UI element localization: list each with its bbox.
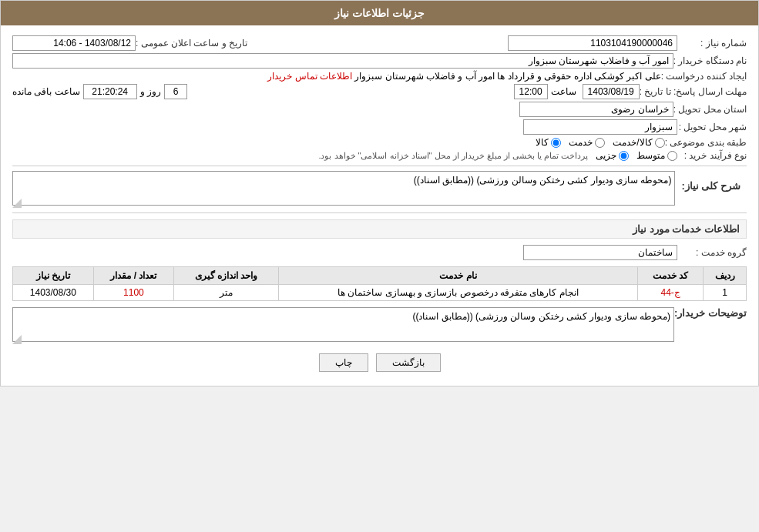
row-ijadkonande: ایجاد کننده درخواست : علی اکبر کوشکی ادا… [12,71,747,82]
row-grohkhadamat: گروه خدمت : ساختمان [12,245,747,260]
mohlat-label: مهلت ارسال پاسخ: تا تاریخ : [640,86,747,97]
back-button[interactable]: بازگشت [376,353,441,372]
ijadkonande-value: علی اکبر کوشکی اداره حقوقی و قرارداد ها … [354,71,660,82]
contact-link[interactable]: اطلاعات تماس خریدار [267,71,352,82]
sharh-wrapper [12,171,675,208]
radio-kala-input[interactable] [551,138,561,148]
radio-khedmat-label: خدمت [569,137,593,148]
farayand-radio-group: متوسط جزیی [596,150,677,161]
page-title: جزئیات اطلاعات نیاز [334,7,425,19]
row-mohlat: مهلت ارسال پاسخ: تا تاریخ : 1403/08/19 س… [12,84,747,99]
process-text: پرداخت تمام یا بخشی از مبلغ خریدار از مح… [318,151,588,161]
row-ostan: استان محل تحویل : خراسان رضوی [12,102,747,117]
shomare-value: 1103104190000046 [508,35,677,51]
grohkhadamat-label: گروه خدمت : [677,247,747,258]
shahr-label: شهر محل تحویل : [677,122,747,132]
cell-tedad: 1100 [93,285,174,301]
shahr-value: سبزوار [523,119,677,135]
radio-motavasset: متوسط [636,150,677,161]
cell-tarikh: 1403/08/30 [13,285,94,301]
grohkhadamat-value: ساختمان [523,245,677,260]
baghimande-label: ساعت باقی مانده [12,86,80,97]
tabaqe-label: طبقه بندی موضوعی : [665,137,747,148]
cell-kod: ج-44 [638,285,704,301]
ijadkonande-label: ایجاد کننده درخواست : [661,71,747,82]
radio-jozii-label: جزیی [596,150,616,161]
divider-1 [12,166,747,166]
navfarayand-label: نوع فرآیند خرید : [677,150,747,161]
ostan-value: خراسان رضوی [519,102,673,117]
radio-kala: کالا [536,137,561,148]
table-header-row: ردیف کد خدمت نام خدمت واحد اندازه گیری ت… [13,267,747,285]
ostan-label: استان محل تحویل : [673,104,747,115]
tosifat-wrapper [12,307,674,344]
row-namdastgah: نام دستگاه خریدار : امور آب و فاضلاب شهر… [12,53,747,69]
row-navfarayand: نوع فرآیند خرید : متوسط جزیی پرداخت تمام… [12,150,747,161]
col-vahed: واحد اندازه گیری [174,267,279,285]
countdown-value: 21:20:24 [83,84,137,99]
col-radif: ردیف [704,267,747,285]
radio-khedmat: خدمت [569,137,605,148]
button-row: بازگشت چاپ [12,353,747,372]
tarikh-value: 1403/08/12 - 14:06 [12,35,136,51]
date-value: 1403/08/19 [583,84,640,99]
tabaqe-radio-group: کالا/خدمت خدمت کالا [536,137,664,148]
page-header: جزئیات اطلاعات نیاز [1,1,758,25]
content-area: شماره نیاز : 1103104190000046 تاریخ و سا… [1,25,758,386]
row-shomare: شماره نیاز : 1103104190000046 تاریخ و سا… [12,35,747,51]
table-row: 1ج-44انجام کارهای متفرقه درخصوص بازسازی … [13,285,747,301]
tarikh-label: تاریخ و ساعت اعلان عمومی : [136,38,247,49]
radio-kala-khedmat-label: کالا/خدمت [613,137,652,148]
namdastgah-label: نام دستگاه خریدار : [673,55,747,66]
row-sharh: شرح کلی نیاز: [12,171,747,208]
radio-jozii: جزیی [596,150,629,161]
services-table-container: ردیف کد خدمت نام خدمت واحد اندازه گیری ت… [12,266,747,301]
col-kod: کد خدمت [638,267,704,285]
tosifat-textarea[interactable] [12,307,674,342]
radio-kala-khedmat: کالا/خدمت [613,137,664,148]
cell-vahed: متر [174,285,279,301]
radio-motavasset-input[interactable] [667,151,677,161]
sharh-label: شرح کلی نیاز: [675,177,747,195]
rooz-value: 6 [164,84,187,99]
namdastgah-value: امور آب و فاضلاب شهرستان سبزوار [12,53,673,69]
col-name: نام خدمت [278,267,637,285]
col-tarikh: تاریخ نیاز [13,267,94,285]
print-button[interactable]: چاپ [319,353,368,372]
rooz-label: روز و [140,86,161,97]
tosifat-label: توضیحات خریدار: [674,307,747,319]
sharh-textarea[interactable] [12,171,675,206]
col-tedad: تعداد / مقدار [93,267,174,285]
saaat-label: ساعت [551,86,576,97]
cell-radif: 1 [704,285,747,301]
table-body: 1ج-44انجام کارهای متفرقه درخصوص بازسازی … [13,285,747,301]
row-shahr: شهر محل تحویل : سبزوار [12,119,747,135]
radio-khedmat-input[interactable] [595,138,605,148]
row-tosifat: توضیحات خریدار: [12,307,747,344]
time-value: 12:00 [514,84,548,99]
radio-jozii-input[interactable] [619,151,629,161]
divider-2 [12,212,747,213]
row-tabaqe: طبقه بندی موضوعی : کالا/خدمت خدمت کالا [12,137,747,148]
main-container: جزئیات اطلاعات نیاز شماره نیاز : 1103104… [0,0,759,386]
radio-motavasset-label: متوسط [636,150,665,161]
khadamat-title: اطلاعات خدمات مورد نیاز [12,219,747,239]
services-table: ردیف کد خدمت نام خدمت واحد اندازه گیری ت… [12,266,747,301]
cell-name: انجام کارهای متفرقه درخصوص بازسازی و بهس… [278,285,637,301]
shomare-label: شماره نیاز : [677,38,747,49]
radio-kala-label: کالا [536,137,549,148]
radio-kala-khedmat-input[interactable] [655,138,665,148]
